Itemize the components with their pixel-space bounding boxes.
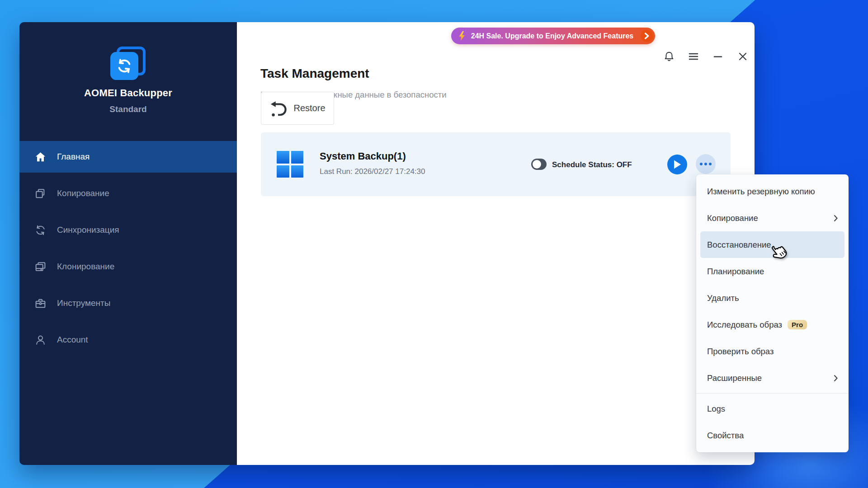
task-context-menu: Изменить резервную копию Копирование Вос…: [696, 174, 849, 452]
sidebar-item-label: Account: [57, 335, 88, 345]
windows-logo-icon: [277, 151, 303, 178]
sidebar: AOMEI Backupper Standard Главная Копиров…: [19, 22, 237, 465]
minimize-icon[interactable]: [710, 48, 726, 65]
menu-item-explore-image[interactable]: Исследовать образ Pro: [696, 311, 849, 338]
menu-item-label: Проверить образ: [707, 347, 774, 357]
menu-item-label: Восстановление: [707, 240, 771, 250]
menu-item-label: Планирование: [707, 267, 764, 277]
app-window: AOMEI Backupper Standard Главная Копиров…: [19, 22, 755, 465]
menu-item-delete[interactable]: Удалить: [696, 285, 849, 311]
account-icon: [34, 333, 47, 347]
schedule-status-label: Schedule Status: OFF: [552, 160, 632, 169]
chevron-right-icon: [834, 375, 838, 382]
sidebar-item-label: Инструменты: [57, 298, 110, 308]
sidebar-item-clone[interactable]: Клонирование: [19, 251, 237, 282]
menu-item-label: Копирование: [707, 213, 758, 223]
sidebar-item-home[interactable]: Главная: [19, 141, 237, 173]
logo-front-square: [110, 52, 138, 80]
sidebar-item-label: Клонирование: [57, 262, 114, 272]
app-logo-icon: [110, 47, 146, 80]
menu-item-label: Свойства: [707, 431, 744, 441]
sidebar-nav: Главная Копирование: [19, 141, 237, 361]
sidebar-item-label: Копирование: [57, 188, 109, 198]
task-card: System Backup(1) Last Run: 2026/02/27 17…: [261, 132, 731, 196]
chevron-right-icon: [834, 215, 838, 222]
menu-item-edit-backup[interactable]: Изменить резервную копию: [696, 178, 849, 205]
main-content: 24H Sale. Upgrade to Enjoy Advanced Feat…: [237, 22, 755, 465]
close-icon[interactable]: [735, 48, 751, 65]
sidebar-item-tools[interactable]: Инструменты: [19, 287, 237, 319]
menu-item-restore[interactable]: Восстановление: [700, 231, 844, 258]
sync-icon: [34, 224, 47, 237]
schedule-toggle[interactable]: [531, 159, 547, 170]
menu-item-label: Изменить резервную копию: [707, 187, 815, 197]
menu-item-schedule[interactable]: Планирование: [696, 258, 849, 285]
menu-item-advanced[interactable]: Расширенные: [696, 365, 849, 391]
menu-item-label: Исследовать образ: [707, 320, 782, 330]
restore-button-label: Restore: [293, 103, 325, 113]
bell-icon[interactable]: [661, 48, 677, 65]
app-logo-block: AOMEI Backupper Standard: [19, 47, 237, 114]
sidebar-item-backup[interactable]: Копирование: [19, 178, 237, 209]
backup-copy-icon: [34, 187, 47, 200]
sale-banner[interactable]: 24H Sale. Upgrade to Enjoy Advanced Feat…: [451, 28, 655, 44]
page-title: Task Management: [260, 66, 369, 81]
app-name: AOMEI Backupper: [19, 87, 237, 99]
home-icon: [34, 150, 47, 164]
task-last-run: Last Run: 2026/02/27 17:24:30: [320, 167, 425, 176]
clone-icon: [34, 260, 47, 273]
task-name: System Backup(1): [320, 150, 406, 162]
tools-icon: [34, 297, 47, 310]
pro-badge: Pro: [788, 320, 807, 329]
restore-icon: [269, 99, 287, 117]
more-actions-button[interactable]: [696, 154, 716, 174]
sale-banner-text: 24H Sale. Upgrade to Enjoy Advanced Feat…: [466, 32, 641, 40]
hamburger-icon[interactable]: [685, 48, 702, 65]
toggle-knob: [533, 160, 541, 169]
sidebar-item-label: Синхронизация: [57, 225, 119, 235]
menu-item-label: Logs: [707, 404, 725, 414]
run-backup-button[interactable]: [667, 155, 687, 174]
arrow-right-icon[interactable]: [641, 30, 653, 42]
menu-item-properties[interactable]: Свойства: [696, 422, 849, 449]
menu-divider: [696, 393, 849, 394]
menu-item-backup[interactable]: Копирование: [696, 205, 849, 231]
app-edition: Standard: [19, 104, 237, 114]
sidebar-item-sync[interactable]: Синхронизация: [19, 214, 237, 246]
restore-button[interactable]: Restore: [261, 92, 334, 125]
sidebar-item-label: Главная: [57, 152, 90, 162]
menu-item-logs[interactable]: Logs: [696, 395, 849, 422]
logo-sync-glyph: [116, 57, 133, 75]
menu-item-label: Удалить: [707, 293, 739, 303]
lightning-icon: [458, 31, 466, 41]
menu-item-check-image[interactable]: Проверить образ: [696, 338, 849, 365]
play-icon: [673, 160, 682, 169]
menu-item-label: Расширенные: [707, 373, 762, 383]
sidebar-item-account[interactable]: Account: [19, 324, 237, 356]
